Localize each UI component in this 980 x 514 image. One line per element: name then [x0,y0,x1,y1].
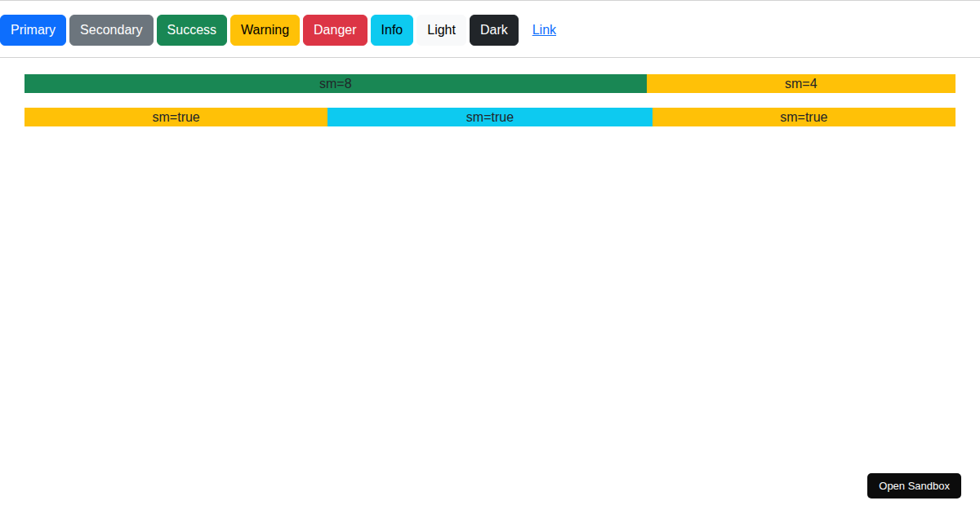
page: Primary Secondary Success Warning Danger… [0,0,980,514]
grid-demo: sm=8 sm=4 sm=true sm=true sm=true [0,74,980,126]
grid-row-1: sm=8 sm=4 [24,74,956,93]
button-link[interactable]: Link [522,15,567,46]
button-success[interactable]: Success [157,15,227,46]
button-secondary[interactable]: Secondary [69,15,154,46]
grid-col-sm-true-2: sm=true [327,108,652,126]
top-divider [0,0,980,1]
toolbar-divider [0,57,980,58]
grid-row-2: sm=true sm=true sm=true [24,108,956,126]
button-primary[interactable]: Primary [0,15,66,46]
button-toolbar: Primary Secondary Success Warning Danger… [0,15,980,46]
grid-col-sm-4: sm=4 [647,74,956,93]
button-light[interactable]: Light [416,15,466,46]
open-sandbox-button[interactable]: Open Sandbox [867,473,961,498]
button-danger[interactable]: Danger [303,15,367,46]
grid-col-sm-true-1: sm=true [24,108,327,126]
button-dark[interactable]: Dark [470,15,519,46]
grid-col-sm-true-3: sm=true [653,108,956,126]
button-warning[interactable]: Warning [230,15,300,46]
button-info[interactable]: Info [371,15,414,46]
grid-col-sm-8: sm=8 [24,74,647,93]
